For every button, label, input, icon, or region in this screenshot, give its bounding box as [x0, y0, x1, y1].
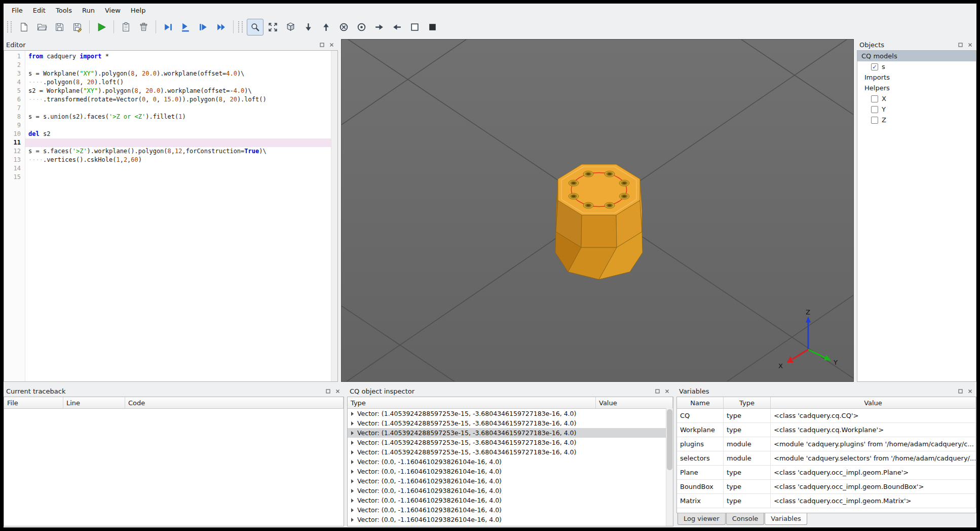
tab-console[interactable]: Console	[726, 513, 765, 525]
expander-icon[interactable]	[351, 518, 354, 522]
menu-tools[interactable]: Tools	[51, 5, 77, 16]
column-header-type[interactable]: Type	[348, 397, 596, 408]
expander-icon[interactable]	[351, 450, 354, 454]
save-button[interactable]	[51, 19, 68, 36]
tree-item-x[interactable]: X	[857, 93, 976, 104]
menu-view[interactable]: View	[100, 5, 126, 16]
variable-name[interactable]: CQ	[677, 409, 724, 423]
column-header-code[interactable]: Code	[125, 397, 344, 408]
tree-item-y[interactable]: Y	[857, 104, 976, 115]
editor-scrollbar[interactable]	[331, 51, 337, 381]
column-header-type[interactable]: Type	[724, 397, 771, 408]
expander-icon[interactable]	[351, 499, 354, 503]
new-file-button[interactable]	[16, 19, 32, 36]
menu-run[interactable]: Run	[77, 5, 100, 16]
view-front-button[interactable]	[335, 19, 352, 36]
variable-name[interactable]: plugins	[677, 437, 724, 451]
expander-icon[interactable]	[351, 479, 354, 483]
inspector-row[interactable]: Vector: (0.0, -1.1604610293826104e-16, 4…	[348, 467, 673, 476]
toolbar-handle[interactable]	[7, 21, 12, 32]
expander-icon[interactable]	[351, 431, 354, 435]
close-panel-icon[interactable]	[663, 387, 671, 395]
variables-panel-header[interactable]: Variables	[676, 385, 976, 397]
checkbox-x[interactable]	[871, 95, 878, 102]
checkbox-z[interactable]	[871, 117, 878, 124]
column-header-value[interactable]: Value	[771, 397, 976, 408]
tree-item-s[interactable]: ✓s	[857, 61, 976, 72]
float-panel-icon[interactable]	[653, 387, 662, 395]
close-panel-icon[interactable]	[966, 41, 974, 49]
tree-section-helpers[interactable]: Helpers	[857, 83, 976, 93]
column-header-line[interactable]: Line	[63, 397, 125, 408]
checkbox-y[interactable]	[871, 106, 878, 113]
view-bottom-button[interactable]	[300, 19, 317, 36]
menu-edit[interactable]: Edit	[28, 5, 51, 16]
view-back-button[interactable]	[353, 19, 370, 36]
checkbox-s[interactable]: ✓	[871, 63, 878, 70]
close-panel-icon[interactable]	[333, 387, 342, 395]
zoom-select-button[interactable]	[247, 19, 263, 36]
view-top-button[interactable]	[318, 19, 334, 36]
float-panel-icon[interactable]	[956, 41, 965, 49]
inspector-row[interactable]: Vector: (0.0, -1.1604610293826104e-16, 4…	[348, 515, 673, 524]
objects-panel-header[interactable]: Objects	[857, 39, 976, 50]
column-header-name[interactable]: Name	[677, 397, 724, 408]
open-file-button[interactable]	[33, 19, 50, 36]
column-header-value[interactable]: Value	[596, 397, 673, 408]
save-as-button[interactable]	[69, 19, 86, 36]
paste-button[interactable]	[118, 19, 134, 36]
view-right-button[interactable]	[371, 19, 388, 36]
fit-all-button[interactable]	[265, 19, 281, 36]
inspector-row[interactable]: Vector: (0.0, -1.1604610293826104e-16, 4…	[348, 505, 673, 515]
expander-icon[interactable]	[351, 441, 354, 445]
float-panel-icon[interactable]	[956, 387, 965, 395]
close-panel-icon[interactable]	[327, 41, 336, 49]
expander-icon[interactable]	[351, 421, 354, 426]
viewport-3d[interactable]: Z Y X	[341, 39, 854, 382]
menu-file[interactable]: File	[7, 5, 28, 16]
inspector-panel-header[interactable]: CQ object inspector	[347, 385, 673, 397]
close-panel-icon[interactable]	[966, 387, 974, 395]
inspector-scrollbar-thumb[interactable]	[667, 409, 672, 470]
tab-variables[interactable]: Variables	[765, 513, 807, 525]
iso-view-button[interactable]	[282, 19, 299, 36]
expander-icon[interactable]	[351, 470, 354, 474]
expander-icon[interactable]	[351, 460, 354, 464]
inspector-row[interactable]: Vector: (1.4053924288597253e-15, -3.6804…	[348, 438, 673, 447]
expander-icon[interactable]	[351, 412, 354, 416]
menu-help[interactable]: Help	[126, 5, 151, 16]
traceback-column-header[interactable]: FileLineCode	[4, 397, 344, 409]
variable-name[interactable]: Workplane	[677, 423, 724, 437]
variable-name[interactable]: selectors	[677, 451, 724, 466]
inspector-row[interactable]: Vector: (1.4053924288597253e-15, -3.6804…	[348, 428, 673, 438]
shaded-mode-button[interactable]	[424, 19, 441, 36]
inspector-row[interactable]: Vector: (1.4053924288597253e-15, -3.6804…	[348, 409, 673, 418]
variable-name[interactable]: BoundBox	[677, 480, 724, 494]
inspector-row[interactable]: Vector: (0.0, -1.1604610293826104e-16, 4…	[348, 476, 673, 486]
inspector-scrollbar[interactable]	[666, 408, 673, 526]
tree-section-cq-models[interactable]: CQ models	[857, 51, 976, 61]
expander-icon[interactable]	[351, 508, 354, 512]
toolbar-handle[interactable]	[238, 21, 243, 32]
float-panel-icon[interactable]	[324, 387, 332, 395]
float-panel-icon[interactable]	[318, 41, 326, 49]
inspector-row[interactable]: Vector: (0.0, -1.1604610293826104e-16, 4…	[348, 486, 673, 495]
view-left-button[interactable]	[389, 19, 405, 36]
inspector-column-header[interactable]: TypeValue	[348, 397, 673, 409]
variable-name[interactable]: Plane	[677, 466, 724, 480]
run-button[interactable]	[93, 19, 110, 36]
editor-panel-header[interactable]: Editor	[4, 39, 338, 50]
tab-log-viewer[interactable]: Log viewer	[677, 513, 726, 525]
inspector-row[interactable]: Vector: (0.0, -1.1604610293826104e-16, 4…	[348, 495, 673, 505]
debug-step-out-button[interactable]	[195, 19, 212, 36]
traceback-panel-header[interactable]: Current traceback	[4, 385, 344, 397]
tree-item-z[interactable]: Z	[857, 115, 976, 125]
expander-icon[interactable]	[351, 489, 354, 493]
inspector-row[interactable]: Vector: (0.0, -1.1604610293826104e-16, 4…	[348, 457, 673, 467]
tree-section-imports[interactable]: Imports	[857, 72, 976, 83]
variable-name[interactable]: Matrix	[677, 494, 724, 508]
variables-column-header[interactable]: NameTypeValue	[677, 397, 976, 409]
wireframe-mode-button[interactable]	[406, 19, 423, 36]
column-header-file[interactable]: File	[4, 397, 63, 408]
editor-code-area[interactable]: from cadquery import *s = Workplane("XY"…	[25, 51, 337, 381]
